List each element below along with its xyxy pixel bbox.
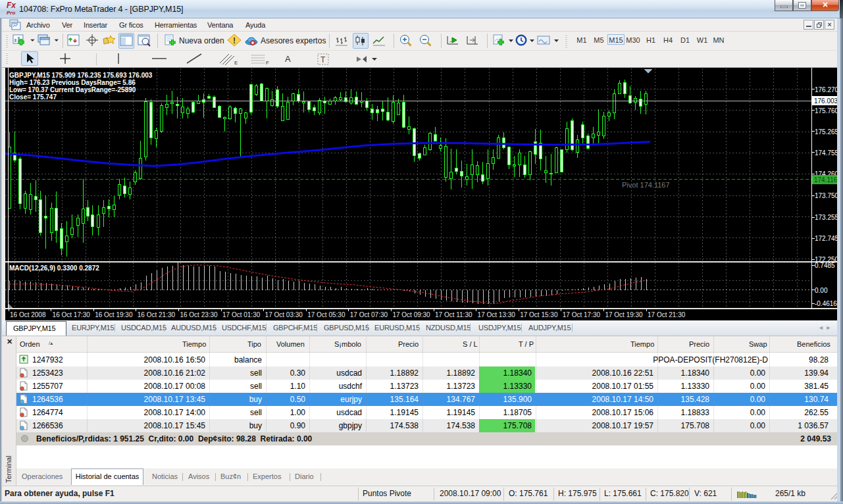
svg-text:-0.4616: -0.4616 xyxy=(815,300,837,307)
svg-text:17 Oct 13:30: 17 Oct 13:30 xyxy=(478,311,516,318)
svg-text:16 Oct 23:30: 16 Oct 23:30 xyxy=(180,311,218,318)
svg-text:17 Oct 19:30: 17 Oct 19:30 xyxy=(605,311,643,318)
svg-text:17 Oct 03:30: 17 Oct 03:30 xyxy=(265,311,303,318)
svg-text:16 Oct 2008: 16 Oct 2008 xyxy=(10,311,46,318)
svg-text:17 Oct 11:30: 17 Oct 11:30 xyxy=(435,311,473,318)
svg-text:!: ! xyxy=(233,36,236,45)
svg-text:E: E xyxy=(234,60,238,66)
svg-text:175.265: 175.265 xyxy=(815,128,839,136)
svg-text:175.760: 175.760 xyxy=(815,107,839,114)
svg-text:GBPJPY,M15 175.909 176.235 17: GBPJPY,M15 175.909 176.235 175.693 176.0… xyxy=(9,72,153,79)
svg-text:176.270: 176.270 xyxy=(815,86,839,93)
svg-text:Pivot 174.1167: Pivot 174.1167 xyxy=(622,181,670,189)
svg-text:172.745: 172.745 xyxy=(815,235,839,242)
svg-text:17 Oct 15:30: 17 Oct 15:30 xyxy=(520,311,558,318)
svg-text:174.116: 174.116 xyxy=(814,176,838,184)
svg-text:High= 176.23 Previous DaysRang: High= 176.23 Previous DaysRange= 5.86 xyxy=(9,79,136,86)
svg-text:T: T xyxy=(320,55,326,64)
svg-text:173.255: 173.255 xyxy=(815,214,839,221)
svg-text:Low= 170.37 Current DaysRange=: Low= 170.37 Current DaysRange=-25890 xyxy=(9,86,136,93)
svg-text:0.7485: 0.7485 xyxy=(815,262,835,269)
svg-text:17 Oct 07:30: 17 Oct 07:30 xyxy=(350,311,388,318)
svg-text:17 Oct 17:30: 17 Oct 17:30 xyxy=(563,311,601,318)
svg-text:17 Oct 09:30: 17 Oct 09:30 xyxy=(392,311,430,318)
svg-text:16 Oct 21:30: 16 Oct 21:30 xyxy=(138,311,176,318)
svg-text:0.00: 0.00 xyxy=(815,287,828,294)
svg-text:17 Oct 05:30: 17 Oct 05:30 xyxy=(307,311,345,318)
svg-text:F: F xyxy=(266,60,269,66)
svg-text:17 Oct 01:30: 17 Oct 01:30 xyxy=(222,311,261,318)
svg-text:MACD(12,26,9) 0.3300 0.2872: MACD(12,26,9) 0.3300 0.2872 xyxy=(9,265,99,272)
svg-text:Close= 175.747: Close= 175.747 xyxy=(9,93,57,101)
svg-text:173.750: 173.750 xyxy=(815,192,839,199)
svg-text:17 Oct 21:30: 17 Oct 21:30 xyxy=(648,311,686,318)
svg-text:16 Oct 19:30: 16 Oct 19:30 xyxy=(95,311,133,318)
svg-text:174.755: 174.755 xyxy=(815,149,839,157)
svg-text:176.003: 176.003 xyxy=(814,97,838,105)
svg-text:16 Oct 17:30: 16 Oct 17:30 xyxy=(53,311,91,318)
